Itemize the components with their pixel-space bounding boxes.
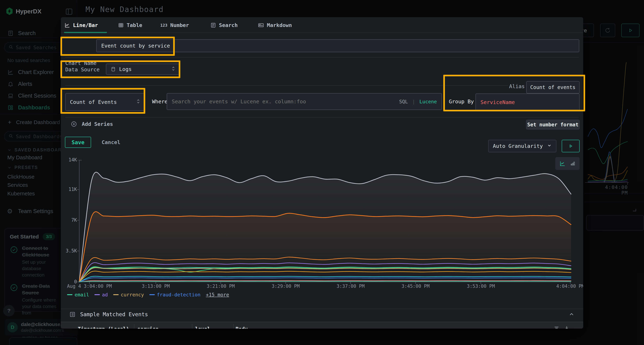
alias-input[interactable]: [526, 81, 580, 93]
legend-item-email[interactable]: email: [67, 292, 89, 298]
divider: [65, 57, 579, 57]
run-query-button[interactable]: [562, 140, 580, 152]
set-number-format-button[interactable]: Set number format: [526, 120, 580, 129]
filter-lines-icon: [554, 325, 560, 329]
tab-table[interactable]: Table: [118, 22, 142, 28]
aggregation-select[interactable]: Count of Events: [65, 93, 145, 111]
table-icon: [118, 22, 124, 28]
sql-toggle[interactable]: SQL: [399, 99, 408, 104]
x-axis-label: 3:29:00 PM: [262, 284, 309, 289]
x-axis-label: 3:21:00 PM: [198, 284, 244, 289]
column-separator[interactable]: [233, 324, 234, 329]
events-table-header: Timestamp (Local)servicelevelBody: [61, 322, 583, 329]
legend-swatch: [67, 294, 72, 295]
plus-circle-icon: [71, 121, 77, 127]
collapse-section-button[interactable]: [568, 311, 574, 318]
filter-columns-button[interactable]: [554, 325, 560, 329]
x-axis-label: 3:13:00 PM: [132, 284, 179, 289]
column-separator[interactable]: [192, 324, 192, 329]
edit-chart-modal: Line/Bar Table 123 Number Search Markdow…: [61, 17, 583, 329]
column-separator[interactable]: [134, 324, 134, 329]
download-icon: [564, 325, 570, 329]
legend-label: ad: [102, 292, 108, 298]
legend-label: email: [74, 292, 89, 298]
divider: [61, 309, 583, 309]
data-source-label: Data Source: [65, 66, 100, 73]
list-icon: [70, 311, 76, 318]
chevron-down-icon: [547, 143, 552, 149]
sample-events-header[interactable]: Sample Matched Events: [70, 311, 148, 318]
column-header-service[interactable]: service: [138, 326, 158, 329]
toggle-divider: |: [412, 99, 415, 104]
alias-label: Alias: [509, 83, 525, 89]
line-chart-icon: [64, 22, 70, 28]
select-chevrons-icon: [172, 66, 175, 73]
group-by-label: Group By: [449, 98, 474, 105]
column-header-timestamp-local-[interactable]: Timestamp (Local): [78, 326, 129, 329]
x-axis-label: 4:04:00 PM: [547, 284, 583, 289]
list-doc-icon: [210, 22, 216, 28]
column-header-body[interactable]: Body: [236, 326, 248, 329]
divider: [65, 85, 508, 86]
number-123-icon: 123: [160, 23, 168, 27]
line-chart-icon: [560, 161, 566, 167]
chart-name-input[interactable]: [96, 39, 579, 52]
x-axis-label: 3:37:00 PM: [327, 284, 374, 289]
legend-item-fraud-detection[interactable]: fraud-detection: [149, 292, 200, 298]
group-by-input[interactable]: [476, 93, 580, 111]
chevron-up-icon: [568, 311, 574, 317]
where-label: Where: [152, 98, 168, 105]
markdown-icon: [258, 22, 264, 28]
select-chevrons-icon: [136, 99, 140, 105]
tab-search[interactable]: Search: [210, 22, 238, 28]
lucene-toggle[interactable]: Lucene: [419, 99, 437, 104]
chart-type-toggle[interactable]: [555, 157, 580, 170]
legend-label: fraud-detection: [157, 292, 200, 298]
legend-swatch: [149, 294, 155, 295]
tab-number[interactable]: 123 Number: [160, 22, 189, 28]
where-search-input[interactable]: [172, 98, 395, 105]
database-icon: [110, 66, 116, 72]
add-series-button[interactable]: Add Series: [71, 121, 113, 127]
granularity-select[interactable]: Auto Granularity: [488, 140, 556, 152]
preview-chart: 14K11K7K3.5K0 Aug 4 3:04:00 PM3:13:00 PM…: [64, 160, 580, 292]
x-axis-label: 3:53:00 PM: [458, 284, 504, 289]
legend-swatch: [94, 294, 100, 295]
x-axis-label: Aug 4 3:04:00 PM: [66, 284, 113, 289]
divider: [65, 117, 579, 117]
x-axis-label: 3:45:00 PM: [392, 284, 439, 289]
legend-item-ad[interactable]: ad: [94, 292, 108, 298]
bar-chart-icon: [570, 161, 576, 166]
legend-label: currency: [121, 292, 144, 298]
play-icon: [568, 143, 573, 149]
data-source-select[interactable]: Logs: [106, 64, 180, 75]
chart-name-label: Chart Name: [65, 60, 96, 66]
legend-swatch: [113, 294, 118, 295]
column-header-level[interactable]: level: [195, 326, 210, 329]
cancel-button[interactable]: Cancel: [102, 139, 120, 145]
where-search-box: SQL | Lucene: [167, 93, 442, 110]
save-button[interactable]: Save: [65, 137, 91, 148]
legend-item-currency[interactable]: currency: [113, 292, 144, 298]
tab-line-bar[interactable]: Line/Bar: [64, 22, 98, 28]
legend-more-link[interactable]: +15 more: [206, 292, 229, 298]
download-button[interactable]: [564, 325, 570, 329]
tab-markdown[interactable]: Markdown: [258, 22, 292, 28]
divider: [61, 32, 583, 33]
chart-legend: emailadcurrencyfraud-detection+15 more: [67, 292, 229, 298]
